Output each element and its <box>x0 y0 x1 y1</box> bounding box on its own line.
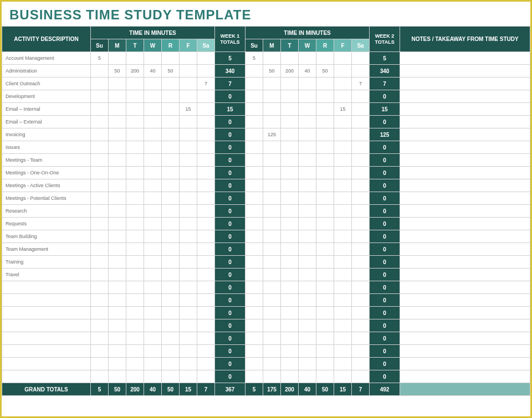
w2-day-cell[interactable] <box>245 90 263 103</box>
w1-day-cell[interactable] <box>197 205 215 218</box>
w1-day-cell[interactable] <box>197 307 215 319</box>
w2-day-cell[interactable] <box>299 269 316 281</box>
w2-day-cell[interactable] <box>263 78 281 90</box>
w1-day-cell[interactable] <box>91 90 109 103</box>
w2-day-cell[interactable] <box>245 307 263 319</box>
w1-day-cell[interactable] <box>126 319 144 332</box>
w1-day-cell[interactable] <box>197 192 215 205</box>
w1-day-cell[interactable] <box>197 358 215 370</box>
w1-day-cell[interactable] <box>180 243 197 256</box>
w1-day-cell[interactable] <box>197 370 215 383</box>
activity-cell[interactable] <box>2 294 91 307</box>
w1-day-cell[interactable] <box>126 370 144 383</box>
w1-day-cell[interactable] <box>144 103 162 116</box>
w1-day-cell[interactable] <box>197 345 215 358</box>
w2-day-cell[interactable] <box>334 205 352 218</box>
w1-day-cell[interactable]: 50 <box>109 65 126 78</box>
w2-day-cell[interactable] <box>316 192 334 205</box>
w1-day-cell[interactable] <box>126 358 144 370</box>
w1-day-cell[interactable] <box>197 269 215 281</box>
activity-cell[interactable]: Training <box>2 256 91 269</box>
w2-day-cell[interactable] <box>299 294 316 307</box>
w2-day-cell[interactable] <box>281 154 299 167</box>
w2-day-cell[interactable] <box>263 294 281 307</box>
w1-day-cell[interactable] <box>144 307 162 319</box>
w1-day-cell[interactable] <box>180 269 197 281</box>
w2-day-cell[interactable] <box>334 192 352 205</box>
w2-day-cell[interactable] <box>281 192 299 205</box>
w1-day-cell[interactable] <box>91 256 109 269</box>
activity-cell[interactable]: Client Outreach <box>2 78 91 90</box>
w2-day-cell[interactable] <box>316 179 334 192</box>
w1-day-cell[interactable] <box>126 230 144 243</box>
w1-day-cell[interactable] <box>144 243 162 256</box>
w1-day-cell[interactable] <box>109 319 126 332</box>
w2-day-cell[interactable] <box>352 141 370 154</box>
w1-day-cell[interactable] <box>91 218 109 230</box>
w1-day-cell[interactable] <box>91 192 109 205</box>
w2-day-cell[interactable] <box>334 65 352 78</box>
w2-day-cell[interactable] <box>263 218 281 230</box>
w2-day-cell[interactable] <box>316 345 334 358</box>
w1-day-cell[interactable] <box>144 230 162 243</box>
notes-cell[interactable] <box>400 218 530 230</box>
w2-day-cell[interactable] <box>281 52 299 65</box>
w2-day-cell[interactable] <box>299 243 316 256</box>
notes-cell[interactable] <box>400 90 530 103</box>
w2-day-cell[interactable] <box>352 179 370 192</box>
w2-day-cell[interactable] <box>263 167 281 179</box>
w2-day-cell[interactable] <box>352 281 370 294</box>
w2-day-cell[interactable] <box>245 294 263 307</box>
w1-day-cell[interactable] <box>91 358 109 370</box>
w2-day-cell[interactable] <box>334 319 352 332</box>
w1-day-cell[interactable] <box>162 141 180 154</box>
w2-day-cell[interactable] <box>245 345 263 358</box>
w1-day-cell[interactable] <box>162 116 180 128</box>
w1-day-cell[interactable] <box>126 52 144 65</box>
w2-day-cell[interactable] <box>245 218 263 230</box>
notes-cell[interactable] <box>400 116 530 128</box>
w2-day-cell[interactable] <box>263 179 281 192</box>
w2-day-cell[interactable]: 200 <box>281 65 299 78</box>
w2-day-cell[interactable] <box>245 78 263 90</box>
w1-day-cell[interactable] <box>162 154 180 167</box>
w1-day-cell[interactable]: 200 <box>126 65 144 78</box>
w2-day-cell[interactable] <box>263 269 281 281</box>
notes-cell[interactable] <box>400 65 530 78</box>
w1-day-cell[interactable] <box>91 154 109 167</box>
w1-day-cell[interactable] <box>162 332 180 345</box>
w2-day-cell[interactable] <box>316 358 334 370</box>
w1-day-cell[interactable] <box>162 218 180 230</box>
w2-day-cell[interactable] <box>299 319 316 332</box>
w2-day-cell[interactable] <box>334 78 352 90</box>
w2-day-cell[interactable] <box>263 370 281 383</box>
w2-day-cell[interactable] <box>245 116 263 128</box>
w1-day-cell[interactable] <box>197 90 215 103</box>
w2-day-cell[interactable] <box>263 141 281 154</box>
w1-day-cell[interactable] <box>144 154 162 167</box>
w1-day-cell[interactable] <box>162 103 180 116</box>
notes-cell[interactable] <box>400 192 530 205</box>
w1-day-cell[interactable] <box>126 332 144 345</box>
w1-day-cell[interactable]: 15 <box>180 103 197 116</box>
w2-day-cell[interactable] <box>316 205 334 218</box>
notes-cell[interactable] <box>400 154 530 167</box>
w2-day-cell[interactable] <box>316 370 334 383</box>
w1-day-cell[interactable] <box>162 205 180 218</box>
w1-day-cell[interactable] <box>109 116 126 128</box>
w1-day-cell[interactable] <box>109 370 126 383</box>
w2-day-cell[interactable] <box>352 205 370 218</box>
notes-cell[interactable] <box>400 370 530 383</box>
w1-day-cell[interactable] <box>91 370 109 383</box>
activity-cell[interactable]: Meetings - Potential Clients <box>2 192 91 205</box>
w1-day-cell[interactable] <box>126 192 144 205</box>
notes-cell[interactable] <box>400 179 530 192</box>
w2-day-cell[interactable]: 5 <box>245 52 263 65</box>
w2-day-cell[interactable]: 7 <box>352 78 370 90</box>
w2-day-cell[interactable] <box>245 256 263 269</box>
w1-day-cell[interactable] <box>144 345 162 358</box>
w2-day-cell[interactable] <box>245 167 263 179</box>
activity-cell[interactable]: Email – External <box>2 116 91 128</box>
w1-day-cell[interactable] <box>91 345 109 358</box>
w1-day-cell[interactable]: 5 <box>91 52 109 65</box>
